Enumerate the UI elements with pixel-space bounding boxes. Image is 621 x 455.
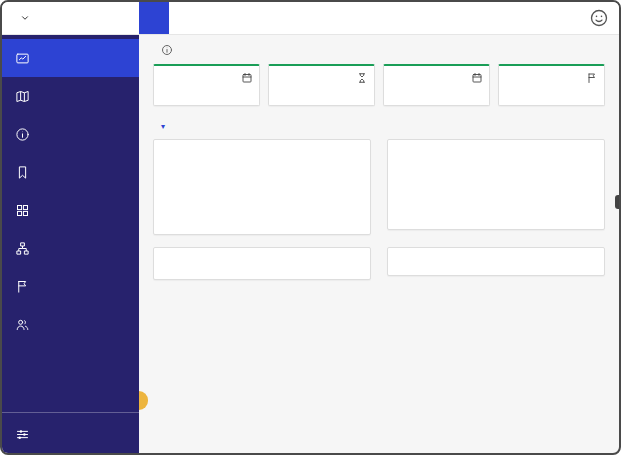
caret-down-icon: ▾ [161,122,165,131]
sliders-icon [15,427,30,442]
sidebar-item-review-flow[interactable] [2,229,139,267]
completion-pie-chart [230,158,294,222]
bookmark-icon [15,165,30,180]
round-card-entry-open-period-2022[interactable] [383,64,490,106]
sidebar-item-guides-and-tours[interactable] [2,77,139,115]
hourglass-icon [356,72,368,84]
info-icon [15,127,30,142]
app-window: ▾ [0,0,621,455]
dashboard-icon [15,51,30,66]
main-content: ▾ [139,35,619,455]
table-header [398,256,594,267]
daily-volume-card [387,139,605,230]
users-icon [15,317,30,332]
sidebar-spacer [2,343,139,412]
entries-by-category-card [153,247,371,280]
legend-item-submitted [579,148,594,150]
user-menu[interactable] [589,8,609,28]
topbar [2,2,619,35]
org-switcher[interactable] [2,2,139,34]
grid-icon [15,203,30,218]
season-selector[interactable]: ▾ [161,120,165,131]
sidebar-item-users[interactable] [2,305,139,343]
flag-icon [586,72,598,84]
sidebar-item-judging[interactable] [2,267,139,305]
sidebar-item-entries[interactable] [2,153,139,191]
chevron-down-icon [20,13,30,23]
info-icon[interactable] [161,44,173,56]
smiley-icon [589,8,609,28]
flag-icon [15,279,30,294]
tab-judge[interactable] [199,2,229,34]
calendar-icon [471,72,483,84]
topbar-spacer [229,2,589,34]
need-help-tab[interactable] [615,195,619,209]
table-header [164,256,360,267]
round-card-entry-open-period[interactable] [153,64,260,106]
daily-volume-line-chart [398,158,594,220]
tab-enter[interactable] [169,2,199,34]
tab-manage[interactable] [139,2,169,34]
entries-by-chapter-card [387,247,605,276]
sidebar-item-galleries[interactable] [2,191,139,229]
legend-item-created [579,152,594,154]
sidebar [2,35,139,455]
sidebar-item-settings[interactable] [2,413,139,455]
sidebar-item-about[interactable] [2,115,139,153]
round-card-feedback[interactable] [268,64,375,106]
map-icon [15,89,30,104]
flow-icon [15,241,30,256]
round-cards [153,64,605,106]
round-card-voting-2022[interactable] [498,64,605,106]
sidebar-item-dashboard[interactable] [2,39,139,77]
chart-legend [579,148,594,154]
completion-card [153,139,371,235]
calendar-icon [241,72,253,84]
